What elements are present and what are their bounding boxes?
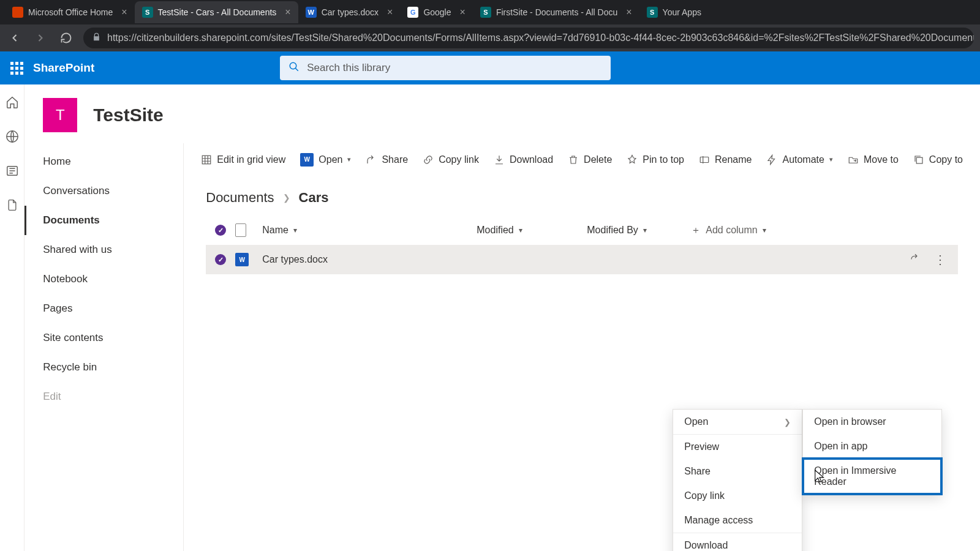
chevron-down-icon: ▾	[293, 226, 297, 234]
nav-shared-with-us[interactable]: Shared with us	[24, 235, 183, 264]
ctx-download[interactable]: Download	[673, 533, 802, 551]
google-icon	[407, 7, 418, 18]
cmd-label: Automate	[782, 154, 824, 165]
copy-to-button[interactable]: Copy to	[913, 154, 963, 165]
breadcrumb-current: Cars	[299, 190, 329, 206]
select-all-toggle[interactable]	[206, 225, 235, 236]
ctx-copy-link[interactable]: Copy link	[673, 484, 802, 508]
waffle-icon	[10, 62, 23, 75]
url-input[interactable]: https://citizenbuilders.sharepoint.com/s…	[83, 28, 974, 48]
search-input[interactable]	[307, 62, 602, 74]
site-logo[interactable]: T	[43, 98, 77, 132]
sharepoint-icon: S	[647, 7, 658, 18]
breadcrumb-root[interactable]: Documents	[206, 190, 274, 206]
nav-documents[interactable]: Documents	[24, 206, 183, 235]
chevron-down-icon: ▾	[347, 156, 351, 163]
breadcrumb: Documents ❯ Cars	[184, 176, 980, 216]
open-in-immersive-reader[interactable]: Open in Immersive Reader	[803, 459, 941, 494]
check-icon	[215, 254, 226, 265]
edit-in-grid-button[interactable]: Edit in grid view	[201, 154, 285, 165]
svg-rect-5	[916, 157, 922, 163]
site-title[interactable]: TestSite	[93, 105, 163, 126]
list-header-row: Name▾ Modified▾ Modified By▾ ＋Add column…	[206, 216, 958, 245]
tab-title: Your Apps	[663, 7, 701, 17]
ctx-share[interactable]: Share	[673, 459, 802, 484]
open-button[interactable]: W Open ▾	[300, 153, 351, 167]
open-in-browser[interactable]: Open in browser	[803, 410, 941, 434]
delete-button[interactable]: Delete	[568, 154, 612, 165]
share-button[interactable]: Share	[366, 154, 408, 165]
browser-tab[interactable]: S TestSite - Cars - All Documents ×	[135, 1, 298, 23]
search-box[interactable]	[280, 56, 611, 80]
chevron-right-icon: ❯	[283, 193, 290, 203]
sharepoint-brand[interactable]: SharePoint	[33, 61, 94, 75]
ctx-open[interactable]: Open ❯	[673, 410, 802, 435]
files-icon[interactable]	[6, 198, 19, 212]
browser-tab[interactable]: Google ×	[400, 1, 473, 23]
nav-notebook[interactable]: Notebook	[24, 264, 183, 294]
reload-button[interactable]	[58, 29, 75, 47]
back-button[interactable]	[6, 29, 23, 47]
browser-tab[interactable]: Microsoft Office Home ×	[5, 1, 135, 23]
nav-home[interactable]: Home	[24, 147, 183, 176]
globe-icon[interactable]	[6, 130, 19, 143]
row-select-toggle[interactable]	[206, 254, 235, 265]
nav-pages[interactable]: Pages	[24, 294, 183, 323]
word-icon: W	[306, 7, 317, 18]
cmd-label: Pin to top	[643, 154, 684, 165]
tab-title: Google	[423, 7, 451, 17]
cmd-label: Rename	[715, 154, 752, 165]
cmd-label: Edit in grid view	[217, 154, 285, 165]
ctx-manage-access[interactable]: Manage access	[673, 508, 802, 533]
open-in-app[interactable]: Open in app	[803, 434, 941, 459]
more-actions-button[interactable]: ⋮	[934, 253, 947, 266]
svg-point-0	[290, 62, 296, 69]
lock-icon	[92, 32, 101, 44]
svg-rect-3	[203, 156, 211, 164]
modified-by-column-header[interactable]: Modified By▾	[587, 225, 691, 236]
sharepoint-icon: S	[480, 7, 491, 18]
cmd-label: Move to	[864, 154, 899, 165]
add-column-button[interactable]: ＋Add column▾	[691, 224, 795, 237]
home-icon[interactable]	[6, 96, 19, 109]
nav-conversations[interactable]: Conversations	[24, 176, 183, 206]
pin-to-top-button[interactable]: Pin to top	[627, 154, 684, 165]
close-icon[interactable]: ×	[285, 7, 290, 18]
move-to-button[interactable]: Move to	[848, 154, 899, 165]
rename-button[interactable]: Rename	[699, 154, 752, 165]
copy-link-button[interactable]: Copy link	[423, 154, 479, 165]
close-icon[interactable]: ×	[387, 7, 393, 18]
nav-edit[interactable]: Edit	[24, 382, 183, 411]
file-name[interactable]: Car types.docx	[262, 254, 328, 265]
cmd-label: Copy link	[439, 154, 479, 165]
browser-tab[interactable]: W Car types.docx ×	[298, 1, 401, 23]
browser-tab[interactable]: S Your Apps	[639, 1, 709, 23]
browser-tab[interactable]: S FirstSite - Documents - All Docu ×	[473, 1, 639, 23]
news-icon[interactable]	[6, 164, 19, 178]
app-launcher-button[interactable]	[0, 51, 33, 84]
forward-button[interactable]	[32, 29, 49, 47]
document-list: Name▾ Modified▾ Modified By▾ ＋Add column…	[184, 216, 980, 274]
name-column-header[interactable]: Name▾	[262, 225, 477, 236]
close-icon[interactable]: ×	[626, 7, 631, 18]
ctx-preview[interactable]: Preview	[673, 435, 802, 459]
tab-title: TestSite - Cars - All Documents	[158, 7, 277, 17]
share-icon[interactable]	[910, 253, 921, 266]
close-icon[interactable]: ×	[460, 7, 466, 18]
nav-site-contents[interactable]: Site contents	[24, 323, 183, 353]
chevron-right-icon: ❯	[784, 418, 791, 427]
close-icon[interactable]: ×	[121, 7, 127, 18]
type-column-header[interactable]	[235, 223, 262, 237]
global-nav-rail	[0, 84, 24, 551]
automate-button[interactable]: Automate ▾	[766, 154, 832, 165]
word-icon: W	[300, 153, 314, 167]
sharepoint-icon: S	[142, 7, 153, 18]
cmd-label: Share	[382, 154, 408, 165]
nav-recycle-bin[interactable]: Recycle bin	[24, 353, 183, 382]
modified-column-header[interactable]: Modified▾	[477, 225, 587, 236]
download-button[interactable]: Download	[494, 154, 553, 165]
file-row[interactable]: W Car types.docx ⋮	[206, 245, 958, 274]
chevron-down-icon: ▾	[829, 156, 833, 163]
tab-title: FirstSite - Documents - All Docu	[496, 7, 617, 17]
office-icon	[12, 7, 23, 18]
